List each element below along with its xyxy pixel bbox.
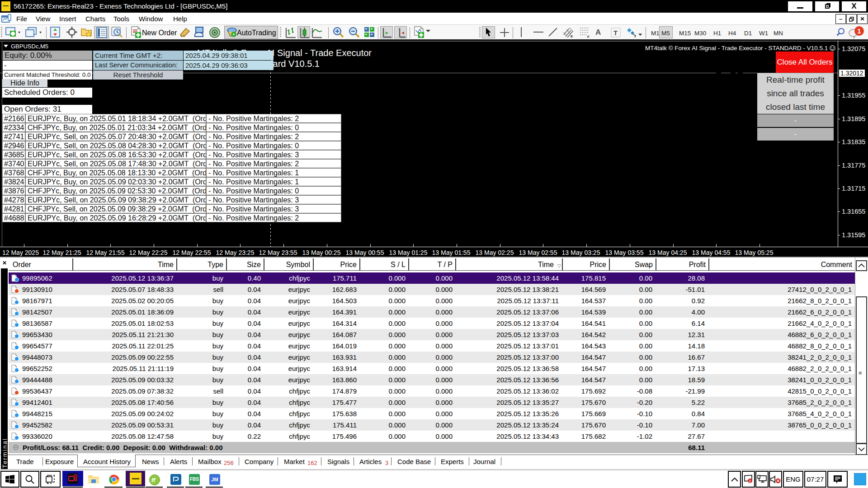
svg-text:T: T bbox=[613, 29, 618, 37]
svg-text:F: F bbox=[587, 35, 590, 38]
svg-text:!: ! bbox=[749, 479, 750, 483]
svg-text:E: E bbox=[571, 34, 573, 38]
